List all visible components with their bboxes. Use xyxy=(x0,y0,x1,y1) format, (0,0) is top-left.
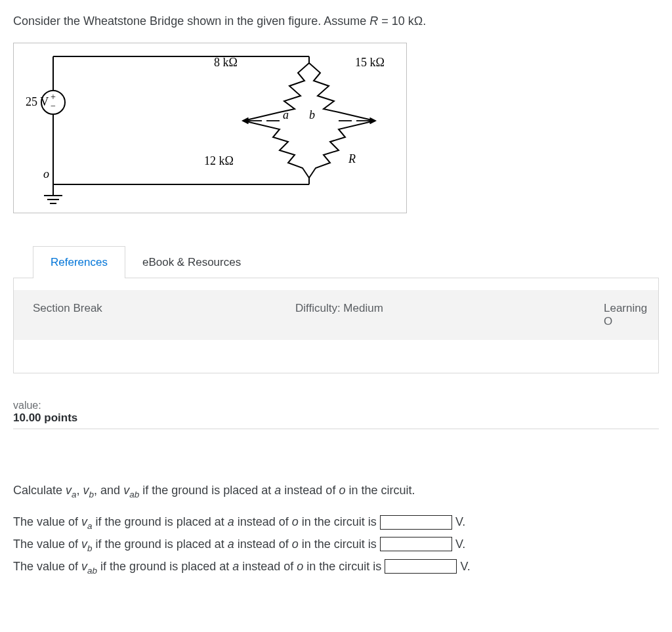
r2-label: 15 kΩ xyxy=(355,56,385,69)
node-a: a xyxy=(283,108,289,121)
answer-line-vb: The value of vb if the ground is placed … xyxy=(13,536,659,555)
svg-text:−: − xyxy=(51,101,56,111)
circuit-figure: + − 25 V o 8 kΩ 15 kΩ 12 kΩ R a b xyxy=(13,43,407,213)
input-va[interactable] xyxy=(380,515,452,530)
difficulty-label: Difficulty: Medium xyxy=(295,302,604,328)
svg-text:+: + xyxy=(51,92,56,102)
section-break-label: Section Break xyxy=(33,302,295,328)
value-points: 10.00 points xyxy=(13,411,659,425)
answer-line-vab: The value of vab if the ground is placed… xyxy=(13,558,659,578)
var-R: R xyxy=(369,14,378,28)
info-bar: Section Break Difficulty: Medium Learnin… xyxy=(13,290,658,340)
prompt-text: Consider the Wheatstone Bridge shown in … xyxy=(13,14,369,28)
learning-label: Learning O xyxy=(604,302,647,328)
calc-instruction: Calculate va, vb, and vab if the ground … xyxy=(13,482,659,501)
circuit-svg: + − 25 V o 8 kΩ 15 kΩ 12 kΩ R a b xyxy=(14,43,406,213)
tab-references[interactable]: References xyxy=(33,246,125,278)
prompt-eq: = 10 kΩ. xyxy=(378,14,426,28)
problem-prompt: Consider the Wheatstone Bridge shown in … xyxy=(13,13,659,30)
tab-ebook[interactable]: eBook & Resources xyxy=(125,247,258,278)
r3-label: 12 kΩ xyxy=(204,154,234,167)
node-b: b xyxy=(309,108,315,121)
source-label: 25 V xyxy=(26,95,49,108)
r4-label: R xyxy=(348,152,356,165)
tab-row: References eBook & Resources xyxy=(13,246,659,278)
question-body: Calculate va, vb, and vab if the ground … xyxy=(13,482,659,577)
input-vb[interactable] xyxy=(380,537,452,551)
value-block: value: 10.00 points xyxy=(13,400,659,425)
node-o: o xyxy=(43,167,49,180)
divider xyxy=(13,429,659,429)
value-label: value: xyxy=(13,400,659,411)
r1-label: 8 kΩ xyxy=(214,56,238,69)
answer-line-va: The value of va if the ground is placed … xyxy=(13,513,659,533)
references-panel: Section Break Difficulty: Medium Learnin… xyxy=(13,278,659,373)
input-vab[interactable] xyxy=(385,559,457,574)
